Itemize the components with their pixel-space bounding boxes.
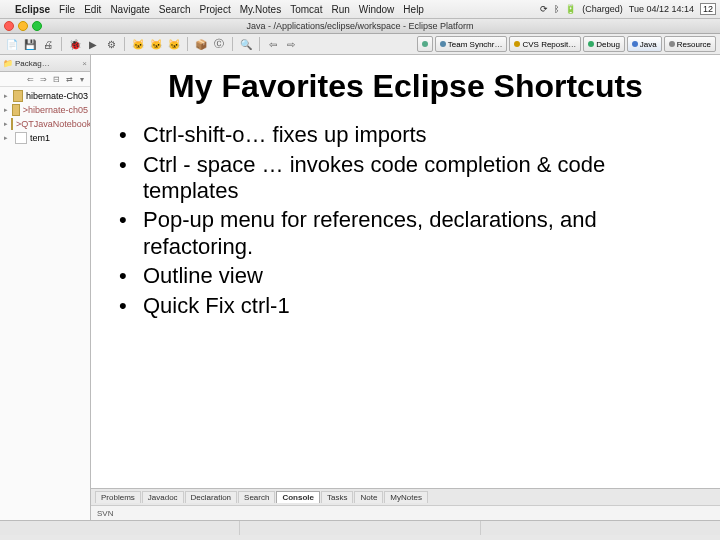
project-tree[interactable]: ▸ hibernate-Ch03 ▸ >hibernate-ch05 ▸ >QT… bbox=[0, 87, 90, 147]
menu-navigate[interactable]: Navigate bbox=[110, 4, 149, 15]
tree-item[interactable]: ▸ >QTJavaNotebook bbox=[2, 117, 88, 131]
nav-fwd-icon[interactable]: ⇨ bbox=[283, 36, 299, 52]
perspective-switcher: Team Synchr… CVS Reposit… Debug Java Res… bbox=[417, 36, 716, 52]
slide-bullet: •Pop-up menu for references, declaration… bbox=[115, 207, 696, 260]
perspective-java[interactable]: Java bbox=[627, 36, 662, 52]
tomcat-restart-icon[interactable]: 🐱 bbox=[166, 36, 182, 52]
menu-help[interactable]: Help bbox=[403, 4, 424, 15]
expand-icon[interactable]: ▸ bbox=[4, 92, 10, 100]
tab-declaration[interactable]: Declaration bbox=[185, 491, 237, 503]
tree-label: hibernate-Ch03 bbox=[26, 91, 88, 101]
tomcat-stop-icon[interactable]: 🐱 bbox=[148, 36, 164, 52]
debug-icon[interactable]: 🐞 bbox=[67, 36, 83, 52]
new-package-icon[interactable]: 📦 bbox=[193, 36, 209, 52]
window-title: Java - /Applications/eclipse/workspace -… bbox=[246, 21, 473, 31]
status-cell-left bbox=[0, 521, 240, 535]
menu-window[interactable]: Window bbox=[359, 4, 395, 15]
search-icon[interactable]: 🔍 bbox=[238, 36, 254, 52]
slide-bullet: •Outline view bbox=[115, 263, 696, 289]
back-icon[interactable]: ⇐ bbox=[25, 75, 35, 84]
perspective-resource[interactable]: Resource bbox=[664, 36, 716, 52]
window-titlebar: Java - /Applications/eclipse/workspace -… bbox=[0, 19, 720, 34]
status-cell-right bbox=[481, 521, 720, 535]
run-icon[interactable]: ▶ bbox=[85, 36, 101, 52]
new-icon[interactable]: 📄 bbox=[4, 36, 20, 52]
perspective-team[interactable]: Team Synchr… bbox=[435, 36, 508, 52]
menu-icon[interactable]: ▾ bbox=[77, 75, 87, 84]
new-class-icon[interactable]: Ⓒ bbox=[211, 36, 227, 52]
window-close-button[interactable] bbox=[4, 21, 14, 31]
expand-icon[interactable]: ▸ bbox=[4, 134, 12, 142]
window-minimize-button[interactable] bbox=[18, 21, 28, 31]
main-toolbar: 📄 💾 🖨 🐞 ▶ ⚙ 🐱 🐱 🐱 📦 Ⓒ 🔍 ⇦ ⇨ Team Synchr…… bbox=[0, 34, 720, 55]
tab-search[interactable]: Search bbox=[238, 491, 275, 503]
bottom-view-tabs: Problems Javadoc Declaration Search Cons… bbox=[91, 488, 720, 505]
expand-icon[interactable]: ▸ bbox=[4, 106, 9, 114]
perspective-cvs[interactable]: CVS Reposit… bbox=[509, 36, 581, 52]
package-explorer-view: 📁 Packag… × ⇐ ⇒ ⊟ ⇄ ▾ ▸ hibernate-Ch03 ▸… bbox=[0, 55, 91, 520]
slide-bullet-list: •Ctrl-shift-o… fixes up imports •Ctrl - … bbox=[115, 122, 696, 319]
tree-label: >QTJavaNotebook bbox=[16, 119, 90, 129]
slide-bullet: •Quick Fix ctrl-1 bbox=[115, 293, 696, 319]
workspace: 📁 Packag… × ⇐ ⇒ ⊟ ⇄ ▾ ▸ hibernate-Ch03 ▸… bbox=[0, 55, 720, 520]
open-perspective-button[interactable] bbox=[417, 36, 433, 52]
bluetooth-icon[interactable]: ᛒ bbox=[554, 4, 559, 14]
tab-note[interactable]: Note bbox=[354, 491, 383, 503]
clock[interactable]: Tue 04/12 14:14 bbox=[629, 4, 694, 14]
expand-icon[interactable]: ▸ bbox=[4, 120, 8, 128]
app-menu[interactable]: Eclipse bbox=[15, 4, 50, 15]
svn-status-bar: SVN bbox=[91, 505, 720, 520]
mac-menubar: Eclipse File Edit Navigate Search Projec… bbox=[0, 0, 720, 19]
status-cell-mid bbox=[240, 521, 480, 535]
tree-item[interactable]: ▸ tem1 bbox=[2, 131, 88, 145]
window-zoom-button[interactable] bbox=[32, 21, 42, 31]
menu-file[interactable]: File bbox=[59, 4, 75, 15]
menu-mynotes[interactable]: My.Notes bbox=[240, 4, 282, 15]
tomcat-start-icon[interactable]: 🐱 bbox=[130, 36, 146, 52]
file-icon bbox=[15, 132, 27, 144]
tree-label: >hibernate-ch05 bbox=[23, 105, 88, 115]
tab-mynotes[interactable]: MyNotes bbox=[384, 491, 428, 503]
tab-console[interactable]: Console bbox=[276, 491, 320, 503]
slide-title: My Favorites Eclipse Shortcuts bbox=[115, 69, 696, 104]
folder-icon bbox=[13, 90, 23, 102]
fwd-icon[interactable]: ⇒ bbox=[38, 75, 48, 84]
battery-label: (Charged) bbox=[582, 4, 623, 14]
folder-icon bbox=[12, 104, 20, 116]
battery-icon[interactable]: 🔋 bbox=[565, 4, 576, 14]
calendar-day[interactable]: 12 bbox=[700, 3, 716, 15]
menu-search[interactable]: Search bbox=[159, 4, 191, 15]
menu-project[interactable]: Project bbox=[200, 4, 231, 15]
menu-run[interactable]: Run bbox=[331, 4, 349, 15]
folder-icon bbox=[11, 118, 13, 130]
package-explorer-tab[interactable]: 📁 Packag… × bbox=[0, 55, 90, 72]
collapse-icon[interactable]: ⊟ bbox=[51, 75, 61, 84]
menu-edit[interactable]: Edit bbox=[84, 4, 101, 15]
tree-label: tem1 bbox=[30, 133, 50, 143]
close-icon[interactable]: × bbox=[82, 59, 87, 68]
tab-tasks[interactable]: Tasks bbox=[321, 491, 353, 503]
perspective-debug[interactable]: Debug bbox=[583, 36, 625, 52]
package-explorer-toolbar: ⇐ ⇒ ⊟ ⇄ ▾ bbox=[0, 72, 90, 87]
save-icon[interactable]: 💾 bbox=[22, 36, 38, 52]
svn-label: SVN bbox=[97, 509, 113, 518]
tab-problems[interactable]: Problems bbox=[95, 491, 141, 503]
tree-item[interactable]: ▸ >hibernate-ch05 bbox=[2, 103, 88, 117]
link-icon[interactable]: ⇄ bbox=[64, 75, 74, 84]
status-bar bbox=[0, 520, 720, 535]
menu-tomcat[interactable]: Tomcat bbox=[290, 4, 322, 15]
window-controls bbox=[4, 21, 42, 31]
tab-javadoc[interactable]: Javadoc bbox=[142, 491, 184, 503]
nav-back-icon[interactable]: ⇦ bbox=[265, 36, 281, 52]
tree-item[interactable]: ▸ hibernate-Ch03 bbox=[2, 89, 88, 103]
ext-tools-icon[interactable]: ⚙ bbox=[103, 36, 119, 52]
package-icon: 📁 bbox=[3, 59, 13, 68]
slide-bullet: •Ctrl-shift-o… fixes up imports bbox=[115, 122, 696, 148]
editor-area: My Favorites Eclipse Shortcuts •Ctrl-shi… bbox=[91, 55, 720, 488]
sync-icon[interactable]: ⟳ bbox=[540, 4, 548, 14]
slide-bullet: •Ctrl - space … invokes code completion … bbox=[115, 152, 696, 205]
print-icon[interactable]: 🖨 bbox=[40, 36, 56, 52]
view-title: Packag… bbox=[15, 59, 50, 68]
